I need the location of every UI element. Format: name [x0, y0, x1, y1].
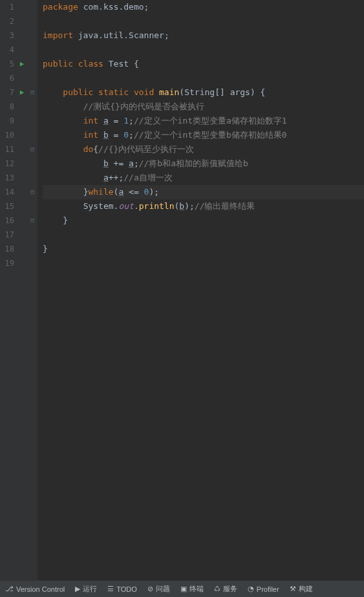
gutter-row[interactable]: 9 [0, 114, 37, 128]
code-line[interactable] [43, 43, 364, 57]
line-number: 10 [0, 128, 17, 142]
profiler-icon: ◔ [248, 585, 254, 593]
gutter-row[interactable]: 12 [0, 157, 37, 171]
services-tab[interactable]: ♺ 服务 [214, 584, 237, 594]
code-line[interactable] [43, 14, 364, 28]
gutter-row[interactable]: 5▶ [0, 57, 37, 71]
gutter-row[interactable]: 7▶⊟ [0, 85, 37, 100]
line-number: 15 [0, 199, 17, 213]
gutter: 12345▶67▶⊟891011⊟121314⊟1516⊟171819 [0, 0, 37, 580]
line-number: 16 [0, 213, 17, 228]
code-line[interactable]: System.out.println(b);//输出最终结果 [43, 199, 364, 213]
code-line[interactable]: int a = 1;//定义一个int类型变量a储存初始数字1 [43, 114, 364, 128]
problems-tab[interactable]: ⊘ 问题 [147, 584, 170, 594]
line-number: 9 [0, 114, 17, 128]
vcs-label: Version Control [16, 585, 65, 593]
terminal-icon: ▣ [180, 585, 187, 593]
line-number: 3 [0, 28, 17, 43]
editor-area: 12345▶67▶⊟891011⊟121314⊟1516⊟171819 pack… [0, 0, 364, 580]
fold-icon[interactable]: ⊟ [27, 213, 37, 228]
todo-tab[interactable]: ☰ TODO [107, 585, 137, 593]
hammer-icon: ⚒ [290, 585, 296, 593]
run-tab[interactable]: ▶ 运行 [75, 584, 97, 594]
code-line[interactable]: package com.kss.demo; [43, 0, 364, 14]
code-line[interactable]: import java.util.Scanner; [43, 28, 364, 43]
code-line[interactable]: } [43, 213, 364, 228]
gutter-row[interactable]: 1 [0, 0, 37, 14]
line-number: 14 [0, 185, 17, 199]
line-number: 18 [0, 242, 17, 256]
gutter-row[interactable]: 10 [0, 128, 37, 142]
gutter-row[interactable]: 8 [0, 100, 37, 114]
services-label: 服务 [223, 584, 237, 594]
fold-icon[interactable]: ⊟ [27, 85, 37, 100]
gutter-row[interactable]: 4 [0, 43, 37, 57]
code-line[interactable]: b += a;//将b和a相加的新值赋值给b [43, 157, 364, 171]
code-line[interactable]: public class Test { [43, 57, 364, 71]
run-label: 运行 [83, 584, 97, 594]
code-line[interactable]: int b = 0;//定义一个int类型变量b储存初始结果0 [43, 128, 364, 142]
gutter-row[interactable]: 2 [0, 14, 37, 28]
line-number: 17 [0, 228, 17, 242]
line-number: 1 [0, 0, 17, 14]
code-line[interactable] [43, 71, 364, 85]
code-line[interactable]: //测试{}内的代码是否会被执行 [43, 100, 364, 114]
build-tab[interactable]: ⚒ 构建 [290, 584, 313, 594]
branch-icon: ⎇ [5, 585, 14, 593]
play-icon: ▶ [75, 585, 80, 593]
gutter-row[interactable]: 17 [0, 228, 37, 242]
run-gutter-icon[interactable]: ▶ [17, 85, 27, 100]
gutter-row[interactable]: 19 [0, 256, 37, 270]
code-line[interactable]: }while(a <= 0); [43, 185, 364, 199]
bottom-toolbar: ⎇ Version Control ▶ 运行 ☰ TODO ⊘ 问题 ▣ 终端 … [0, 580, 364, 597]
profiler-label: Profiler [257, 585, 279, 593]
code-line[interactable] [43, 256, 364, 270]
line-number: 19 [0, 256, 17, 270]
gutter-row[interactable]: 14⊟ [0, 185, 37, 199]
gutter-row[interactable]: 11⊟ [0, 142, 37, 157]
code-line[interactable] [43, 228, 364, 242]
line-number: 4 [0, 43, 17, 57]
code-line[interactable]: } [43, 242, 364, 256]
line-number: 6 [0, 71, 17, 85]
gutter-row[interactable]: 18 [0, 242, 37, 256]
code-line[interactable]: public static void main(String[] args) { [43, 85, 364, 100]
line-number: 11 [0, 142, 17, 157]
line-number: 13 [0, 171, 17, 185]
gutter-row[interactable]: 6 [0, 71, 37, 85]
vcs-tab[interactable]: ⎇ Version Control [5, 585, 65, 593]
services-icon: ♺ [214, 585, 220, 593]
fold-icon[interactable]: ⊟ [27, 185, 37, 199]
code-line[interactable]: a++;//a自增一次 [43, 171, 364, 185]
line-number: 7 [0, 85, 17, 100]
list-icon: ☰ [107, 585, 114, 593]
run-gutter-icon[interactable]: ▶ [17, 57, 27, 71]
fold-icon[interactable]: ⊟ [27, 142, 37, 157]
gutter-row[interactable]: 3 [0, 28, 37, 43]
build-label: 构建 [299, 584, 313, 594]
code-line[interactable]: do{//{}内代码至少执行一次 [43, 142, 364, 157]
line-number: 2 [0, 14, 17, 28]
code-panel[interactable]: package com.kss.demo;import java.util.Sc… [37, 0, 364, 580]
line-number: 5 [0, 57, 17, 71]
line-number: 8 [0, 100, 17, 114]
profiler-tab[interactable]: ◔ Profiler [248, 585, 279, 593]
terminal-label: 终端 [189, 584, 204, 594]
line-number: 12 [0, 157, 17, 171]
warning-icon: ⊘ [147, 585, 153, 593]
gutter-row[interactable]: 16⊟ [0, 213, 37, 228]
problems-label: 问题 [156, 584, 170, 594]
gutter-row[interactable]: 15 [0, 199, 37, 213]
gutter-row[interactable]: 13 [0, 171, 37, 185]
terminal-tab[interactable]: ▣ 终端 [180, 584, 204, 594]
todo-label: TODO [116, 585, 137, 593]
